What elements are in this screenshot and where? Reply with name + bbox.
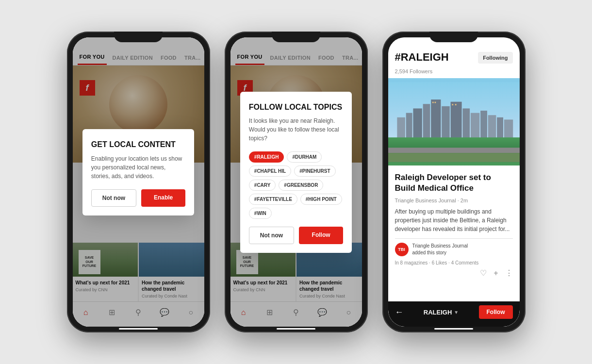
modal-overlay-1: GET LOCAL CONTENT Enabling your location…: [73, 37, 204, 327]
article-source: Triangle Business Journal: [395, 198, 456, 203]
article-actions: ♡ + ⋮: [395, 268, 513, 278]
article-source-line: Triangle Business Journal · 2m: [395, 198, 513, 203]
phone-3: #RALEIGH Following 2,594 Followers: [382, 32, 526, 332]
phone-1: FOR YOU DAILY EDITION FOOD TRA... f: [67, 32, 210, 332]
svg-rect-19: [388, 148, 520, 153]
raleigh-hashtag: #RALEIGH: [395, 51, 449, 64]
notch-1: [114, 32, 163, 42]
article-stats: In 8 magazines · 6 Likes · 4 Comments: [395, 260, 513, 265]
byline-text: Triangle Business Journal added this sto…: [412, 243, 468, 256]
dropdown-arrow-icon[interactable]: ▼: [454, 310, 459, 315]
back-button[interactable]: ←: [395, 307, 404, 317]
phones-container: FOR YOU DAILY EDITION FOOD TRA... f: [57, 22, 535, 342]
follow-button[interactable]: Follow: [299, 227, 343, 244]
app-bg-1: FOR YOU DAILY EDITION FOOD TRA... f: [73, 37, 204, 327]
screen-2: FOR YOU DAILY EDITION FOOD TRA... f: [230, 37, 362, 327]
more-icon[interactable]: ⋮: [505, 268, 513, 278]
modal-buttons-1: Not now Enable: [91, 189, 185, 207]
tbj-logo: TBI: [395, 243, 409, 256]
add-icon[interactable]: +: [493, 269, 498, 278]
article-headline: Raleigh Developer set to Build Medical O…: [395, 172, 513, 194]
home-indicator-1: [119, 328, 158, 330]
tag-durham[interactable]: #DURHAM: [287, 151, 322, 163]
svg-rect-14: [432, 102, 433, 103]
notch-3: [429, 32, 478, 42]
follow-topics-modal: FOLLOW LOCAL TOPICS It looks like you ar…: [240, 92, 352, 253]
home-indicator-2: [277, 328, 315, 330]
bottom-nav-3: ← RALEIGH ▼ Follow: [388, 301, 520, 327]
tag-pinehurst[interactable]: #PINEHURST: [294, 165, 335, 177]
enable-button[interactable]: Enable: [141, 189, 185, 207]
nav3-title: RALEIGH ▼: [424, 309, 459, 316]
topic-tags: #RALEIGH #DURHAM #CHAPEL HIL #PINEHURST …: [249, 151, 343, 219]
phone-2: FOR YOU DAILY EDITION FOOD TRA... f: [225, 32, 368, 332]
modal-desc-2: It looks like you are near Raleigh. Woul…: [249, 116, 343, 143]
nav3-label: RALEIGH: [424, 309, 452, 316]
tag-high-point[interactable]: #HIGH POINT: [300, 194, 342, 205]
tag-win[interactable]: #WIN: [249, 208, 272, 219]
raleigh-city-image: [388, 78, 520, 165]
tag-chapel-hill[interactable]: #CHAPEL HIL: [249, 165, 291, 177]
svg-rect-20: [388, 153, 520, 162]
byline-action: added this story: [412, 250, 447, 255]
article-byline: TBI Triangle Business Journal added this…: [395, 243, 513, 256]
raleigh-screen: #RALEIGH Following 2,594 Followers: [388, 37, 520, 327]
modal-title-2: FOLLOW LOCAL TOPICS: [249, 102, 343, 112]
city-skyline-svg: [388, 78, 520, 165]
screen-3: #RALEIGH Following 2,594 Followers: [388, 37, 520, 327]
svg-rect-16: [452, 104, 453, 105]
svg-rect-15: [434, 102, 436, 103]
screen-1: FOR YOU DAILY EDITION FOOD TRA... f: [73, 37, 204, 327]
get-local-modal: GET LOCAL CONTENT Enabling your location…: [82, 129, 194, 215]
app-bg-2: FOR YOU DAILY EDITION FOOD TRA... f: [230, 37, 362, 327]
tag-cary[interactable]: #CARY: [249, 180, 276, 191]
byline-name: Triangle Business Journal: [412, 243, 468, 248]
follow-button-3[interactable]: Follow: [479, 305, 513, 319]
not-now-button-2[interactable]: Not now: [249, 227, 294, 244]
tag-raleigh[interactable]: #RALEIGH: [249, 151, 284, 163]
modal-title-1: GET LOCAL CONTENT: [91, 140, 185, 149]
raleigh-followers: 2,594 Followers: [388, 68, 520, 78]
svg-rect-17: [455, 104, 456, 105]
article-excerpt: After buying up multiple buildings and p…: [395, 207, 513, 233]
article-section: Raleigh Developer set to Build Medical O…: [388, 165, 520, 301]
not-now-button-1[interactable]: Not now: [91, 189, 136, 207]
following-button[interactable]: Following: [478, 52, 512, 64]
tag-greensbor[interactable]: #GREENSBOR: [279, 180, 323, 191]
modal-buttons-2: Not now Follow: [249, 227, 343, 244]
like-icon[interactable]: ♡: [480, 268, 487, 278]
modal-overlay-2: FOLLOW LOCAL TOPICS It looks like you ar…: [230, 37, 362, 327]
tag-fayetteville[interactable]: #FAYETTEVILLE: [249, 194, 297, 205]
modal-desc-1: Enabling your location lets us show you …: [91, 154, 185, 181]
article-time: 2m: [460, 198, 468, 203]
divider-1: [395, 238, 513, 239]
notch-2: [272, 32, 320, 42]
home-indicator-3: [434, 328, 473, 330]
